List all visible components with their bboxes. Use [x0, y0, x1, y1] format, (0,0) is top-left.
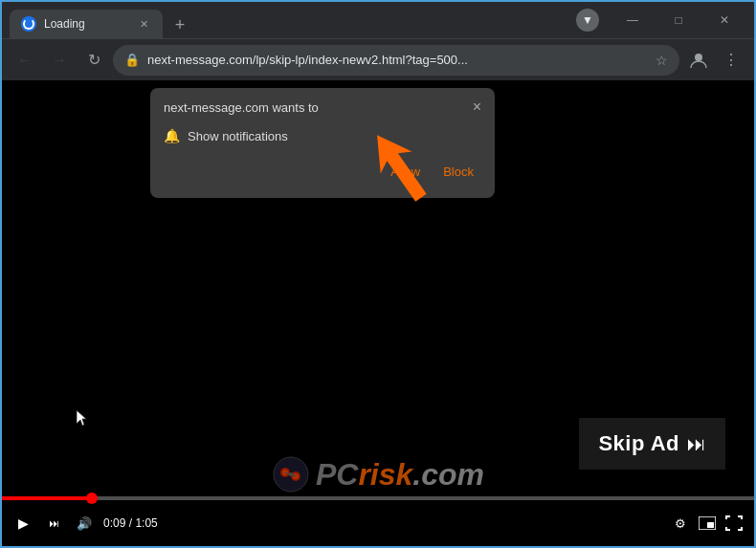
url-text: next-message.com/lp/skip-lp/index-newv2.… [147, 53, 648, 67]
settings-button[interactable]: ⚙ [670, 513, 691, 534]
volume-icon: 🔊 [77, 516, 92, 531]
lock-icon: 🔒 [124, 53, 140, 67]
menu-button[interactable]: ⋮ [716, 45, 746, 76]
fullscreen-button[interactable] [723, 513, 745, 534]
svg-rect-10 [707, 522, 714, 528]
popup-close-button[interactable]: × [473, 99, 481, 115]
tab-favicon-icon [21, 16, 36, 32]
pcrisk-watermark: PCrisk.com [272, 455, 484, 493]
pcrisk-logo-icon [272, 455, 310, 493]
browser-window: Loading ✕ + ▼ — □ ✕ ← → ↻ 🔒 next-message… [0, 0, 756, 548]
toolbar-icons: ⋮ [683, 45, 746, 76]
total-time: 1:05 [135, 516, 157, 530]
svg-point-8 [289, 472, 293, 476]
popup-header: next-message.com wants to × [164, 99, 481, 117]
maximize-button[interactable]: □ [656, 6, 700, 34]
tab-close-button[interactable]: ✕ [136, 16, 151, 32]
address-bar[interactable]: 🔒 next-message.com/lp/skip-lp/index-newv… [113, 45, 679, 76]
time-display: 0:09 / 1:05 [103, 516, 158, 530]
tab-title: Loading [44, 17, 128, 31]
window-controls: — □ ✕ [611, 6, 746, 34]
pcrisk-text: PCrisk.com [316, 457, 484, 493]
bookmark-icon[interactable]: ☆ [656, 53, 668, 68]
back-button[interactable]: ← [10, 45, 40, 76]
profile-button[interactable] [683, 45, 714, 76]
popup-site-text: next-message.com wants to [164, 99, 465, 117]
new-tab-button[interactable]: + [167, 11, 193, 38]
next-button[interactable]: ⏭ [42, 512, 65, 535]
tab-area: Loading ✕ + [10, 2, 572, 38]
video-area: next-message.com wants to × 🔔 Show notif… [2, 80, 754, 546]
skip-ad-label: Skip Ad [598, 431, 679, 456]
allow-button[interactable]: Allow [383, 159, 428, 185]
notification-option: 🔔 Show notifications [164, 124, 481, 147]
skip-ad-button[interactable]: Skip Ad ⏭ [579, 418, 725, 470]
right-controls: ⚙ [670, 513, 745, 534]
active-tab[interactable]: Loading ✕ [10, 10, 163, 38]
block-button[interactable]: Block [435, 159, 481, 185]
close-button[interactable]: ✕ [702, 6, 746, 34]
play-button[interactable]: ▶ [11, 512, 34, 535]
page-content: next-message.com wants to × 🔔 Show notif… [2, 80, 754, 546]
skip-ad-icon: ⏭ [687, 433, 706, 455]
forward-button[interactable]: → [44, 45, 75, 76]
mouse-cursor-icon [77, 410, 88, 426]
refresh-button[interactable]: ↻ [78, 45, 109, 76]
notification-actions: Allow Block [164, 159, 481, 185]
miniplayer-button[interactable] [697, 513, 718, 534]
video-controls-bar: ▶ ⏭ 🔊 0:09 / 1:05 ⚙ [2, 500, 754, 546]
title-bar: Loading ✕ + ▼ — □ ✕ [2, 2, 754, 38]
current-time: 0:09 [103, 516, 125, 530]
toolbar: ← → ↻ 🔒 next-message.com/lp/skip-lp/inde… [2, 38, 754, 80]
bell-icon: 🔔 [164, 128, 180, 143]
title-bar-menu-button[interactable]: ▼ [576, 9, 599, 32]
svg-point-0 [695, 54, 702, 61]
notification-popup: next-message.com wants to × 🔔 Show notif… [150, 88, 495, 198]
volume-button[interactable]: 🔊 [73, 512, 96, 535]
notification-option-label: Show notifications [188, 129, 288, 143]
minimize-button[interactable]: — [611, 6, 655, 34]
